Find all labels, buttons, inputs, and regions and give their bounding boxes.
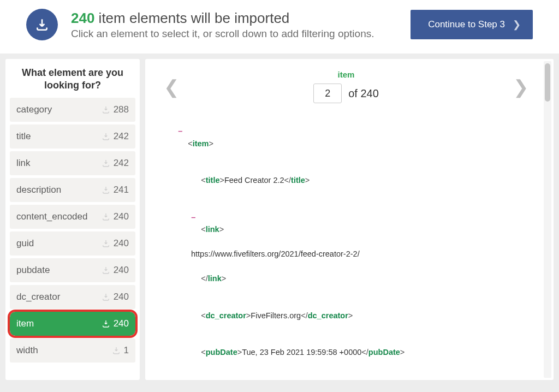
element-option-label: content_encoded	[16, 211, 102, 222]
main-layout: What element are you looking for? catego…	[0, 54, 559, 380]
element-option-label: dc_creator	[16, 292, 102, 302]
element-option-category[interactable]: category288	[10, 98, 135, 122]
continue-button-label: Continue to Step 3	[428, 19, 505, 30]
element-option-label: link	[16, 158, 102, 169]
download-icon	[102, 319, 110, 328]
element-option-count: 240	[114, 238, 129, 249]
element-option-label: title	[16, 131, 102, 142]
element-option-guid[interactable]: guid240	[10, 231, 135, 256]
pager-of-text: of 240	[348, 87, 379, 100]
element-list: category288title242link242description241…	[10, 98, 135, 363]
sidebar-heading: What element are you looking for?	[10, 67, 135, 98]
element-option-label: category	[16, 104, 102, 115]
element-option-dc_creator[interactable]: dc_creator240	[10, 285, 135, 309]
xml-link-close[interactable]: </link>	[157, 260, 531, 297]
element-option-label: item	[16, 318, 102, 329]
element-option-link[interactable]: link242	[10, 151, 135, 175]
element-option-label: guid	[16, 238, 102, 249]
banner-text: 240 item elements will be imported Click…	[71, 10, 397, 40]
xml-title[interactable]: <title>Feed Creator 2.2</title>	[157, 162, 531, 199]
pager-current-input[interactable]	[313, 84, 342, 103]
element-option-count: 240	[114, 292, 129, 302]
element-option-count: 242	[114, 158, 129, 169]
preview-panel: ❮ item of 240 ❯ – <item> <title>Feed Cre…	[145, 59, 554, 380]
element-option-count: 242	[114, 131, 129, 142]
pager-center: item of 240	[313, 70, 379, 103]
chevron-right-icon: ❯	[513, 19, 521, 31]
element-option-label: width	[16, 345, 112, 356]
xml-dc-creator[interactable]: <dc_creator>FiveFilters.org</dc_creator>	[157, 297, 531, 334]
download-icon	[102, 266, 110, 275]
element-option-item[interactable]: item240	[10, 312, 135, 336]
scrollbar-thumb[interactable]	[545, 63, 550, 102]
element-option-description[interactable]: description241	[10, 178, 135, 202]
element-sidebar: What element are you looking for? catego…	[5, 59, 140, 380]
xml-item-open[interactable]: – <item>	[157, 113, 531, 162]
element-option-count: 288	[114, 104, 129, 115]
xml-link-open[interactable]: – <link>	[157, 199, 531, 248]
collapse-toggle[interactable]: –	[178, 125, 186, 137]
collapse-toggle[interactable]: –	[191, 211, 199, 223]
banner-title-rest: item elements will be imported	[94, 10, 289, 26]
download-icon	[102, 293, 110, 301]
continue-button[interactable]: Continue to Step 3 ❯	[411, 10, 533, 39]
scrollbar-track[interactable]	[544, 61, 551, 378]
element-option-width[interactable]: width1	[10, 338, 135, 363]
download-icon	[102, 132, 110, 141]
element-option-count: 240	[114, 211, 129, 222]
element-option-count: 241	[114, 185, 129, 195]
element-option-count: 1	[124, 345, 129, 356]
element-option-content_encoded[interactable]: content_encoded240	[10, 205, 135, 229]
xml-tree: – <item> <title>Feed Creator 2.2</title>…	[157, 113, 542, 373]
banner-count: 240	[71, 10, 94, 26]
xml-pubdate[interactable]: <pubDate>Tue, 23 Feb 2021 19:59:58 +0000…	[157, 334, 531, 370]
pager-next[interactable]: ❯	[509, 76, 533, 98]
xml-category[interactable]: <category>Feed Creator</category>	[157, 371, 531, 373]
element-option-count: 240	[114, 318, 129, 329]
pager-element-label: item	[313, 70, 379, 79]
download-icon	[102, 159, 110, 168]
banner-title: 240 item elements will be imported	[71, 10, 397, 27]
download-icon	[102, 105, 110, 114]
download-icon	[102, 239, 110, 248]
download-icon	[112, 346, 121, 355]
download-icon	[102, 212, 110, 221]
import-banner: 240 item elements will be imported Click…	[0, 0, 559, 54]
element-option-label: pubdate	[16, 265, 102, 276]
element-option-label: description	[16, 185, 102, 195]
element-option-count: 240	[114, 265, 129, 276]
banner-subtitle: Click an element to select it, or scroll…	[71, 28, 397, 40]
element-option-pubdate[interactable]: pubdate240	[10, 258, 135, 282]
xml-link-text[interactable]: https://www.fivefilters.org/2021/feed-cr…	[157, 248, 531, 260]
import-icon	[26, 9, 58, 40]
pager-prev[interactable]: ❮	[159, 76, 183, 98]
download-icon	[102, 186, 110, 194]
element-option-title[interactable]: title242	[10, 124, 135, 149]
pager: ❮ item of 240 ❯	[157, 66, 542, 113]
